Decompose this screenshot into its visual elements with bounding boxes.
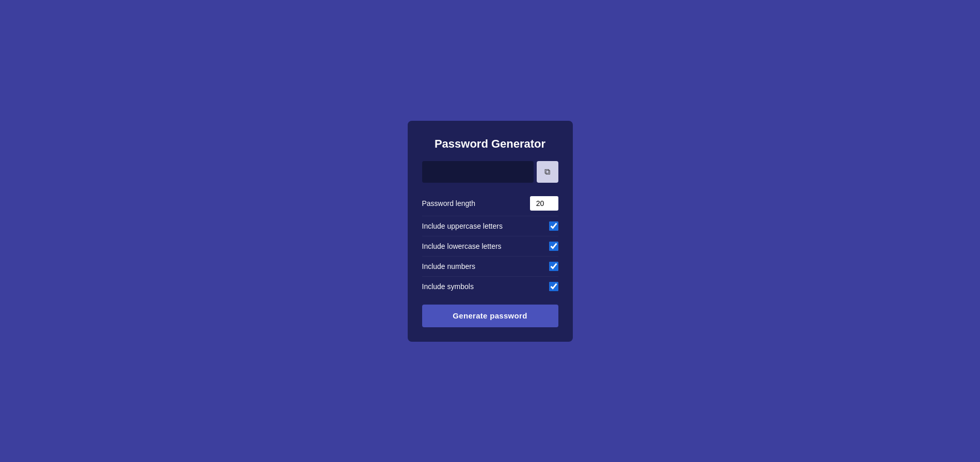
lowercase-row: Include lowercase letters <box>422 236 558 257</box>
symbols-row: Include symbols <box>422 277 558 296</box>
uppercase-checkbox[interactable] <box>549 221 558 231</box>
copy-icon: ⧉ <box>544 167 550 177</box>
password-output[interactable] <box>422 161 534 183</box>
card-title: Password Generator <box>422 137 558 151</box>
password-generator-card: Password Generator ⧉ Password length Inc… <box>408 121 573 342</box>
lowercase-checkbox[interactable] <box>549 242 558 251</box>
generate-button[interactable]: Generate password <box>422 305 558 327</box>
password-display-row: ⧉ <box>422 161 558 183</box>
numbers-label: Include numbers <box>422 262 476 270</box>
symbols-checkbox[interactable] <box>549 282 558 291</box>
symbols-label: Include symbols <box>422 282 474 291</box>
copy-button[interactable]: ⧉ <box>537 161 558 183</box>
password-length-label: Password length <box>422 199 476 208</box>
password-length-input[interactable] <box>530 196 558 211</box>
numbers-checkbox[interactable] <box>549 262 558 271</box>
lowercase-label: Include lowercase letters <box>422 242 502 250</box>
numbers-row: Include numbers <box>422 257 558 277</box>
uppercase-row: Include uppercase letters <box>422 216 558 236</box>
uppercase-label: Include uppercase letters <box>422 222 503 230</box>
password-length-row: Password length <box>422 191 558 216</box>
